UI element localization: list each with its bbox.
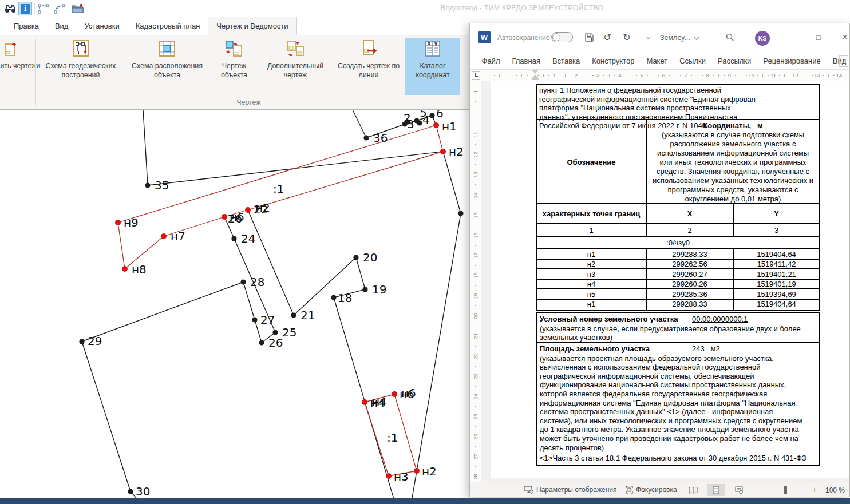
survey-point[interactable] xyxy=(331,295,336,300)
save-icon[interactable] xyxy=(582,30,596,44)
focus-button[interactable]: Фокусировка xyxy=(626,486,677,494)
survey-point[interactable] xyxy=(145,182,150,188)
object-layout-scheme-button[interactable]: Схема расположения объекта xyxy=(125,38,209,95)
ruler-number: 21 xyxy=(472,332,479,341)
survey-point[interactable] xyxy=(245,207,251,213)
survey-point[interactable] xyxy=(353,255,358,260)
open-drawing-icon[interactable] xyxy=(71,2,85,15)
word-tab[interactable]: Рецензирование xyxy=(757,53,827,69)
survey-point[interactable] xyxy=(429,113,434,118)
survey-point[interactable] xyxy=(433,122,439,128)
cad-tab[interactable]: Правка xyxy=(6,17,47,35)
maximize-button[interactable]: □ xyxy=(810,29,827,45)
word-tab[interactable]: Главная xyxy=(506,53,546,69)
ruler-tick xyxy=(548,75,549,76)
cad-tab[interactable]: Вид xyxy=(47,17,77,35)
object-drawing-button[interactable]: Чертеж объекта xyxy=(211,38,258,95)
survey-point[interactable] xyxy=(417,120,422,125)
autosave-toggle[interactable] xyxy=(551,32,573,42)
geodesy-scheme-button[interactable]: Схема геодезических построений xyxy=(38,38,124,95)
zoom-out-button[interactable]: − xyxy=(750,485,755,494)
ruler-tick xyxy=(592,75,594,76)
ruler-number: 27 xyxy=(472,453,479,462)
survey-point[interactable] xyxy=(440,149,446,154)
word-tab[interactable]: Конструктор xyxy=(586,53,641,69)
word-tab[interactable]: Макет xyxy=(641,53,674,69)
redo-icon[interactable]: ↻ xyxy=(620,30,634,44)
ruler-tick xyxy=(475,406,476,407)
binoculars-icon[interactable] xyxy=(3,2,17,15)
survey-point[interactable] xyxy=(161,233,167,239)
survey-point[interactable] xyxy=(272,330,278,335)
survey-point[interactable] xyxy=(392,391,397,397)
survey-point[interactable] xyxy=(122,266,128,272)
cad-titlebar: i Водоотвод - ТИМ КРЕДО ЗЕМЛЕУСТРОЙСТВО xyxy=(0,0,850,16)
zoom-slider-thumb[interactable] xyxy=(784,486,787,494)
read-mode-icon[interactable] xyxy=(685,484,702,496)
ruler-number: 7 xyxy=(684,72,687,78)
survey-point[interactable] xyxy=(259,340,264,345)
more-tabs-icon[interactable]: › xyxy=(839,55,848,67)
survey-point[interactable] xyxy=(362,399,367,405)
survey-point[interactable] xyxy=(231,236,236,241)
survey-point[interactable] xyxy=(362,287,367,292)
more-commands-icon[interactable] xyxy=(639,30,653,44)
word-tab[interactable]: Вставка xyxy=(546,53,586,69)
survey-point[interactable] xyxy=(128,489,133,494)
word-logo-icon: W xyxy=(478,31,491,43)
print-layout-icon[interactable] xyxy=(707,484,725,496)
close-button[interactable]: × xyxy=(836,29,850,45)
focus-icon xyxy=(626,486,633,494)
survey-point[interactable] xyxy=(414,468,420,474)
survey-point[interactable] xyxy=(222,214,227,220)
survey-point[interactable] xyxy=(79,339,84,344)
document-page[interactable]: пункт 1 Положения о федеральной государс… xyxy=(491,81,849,478)
ruler-tick xyxy=(475,205,476,206)
ruler-number: 28 xyxy=(472,473,479,482)
additional-drawing-button[interactable]: Дополнительный чертеж xyxy=(259,38,332,95)
word-tab[interactable]: Файл xyxy=(476,53,506,69)
update-drawings-icon xyxy=(1,38,19,59)
zoom-in-button[interactable]: + xyxy=(812,485,817,494)
ruler-tick xyxy=(527,75,528,76)
display-settings-button[interactable]: Параметры отображения xyxy=(524,486,617,494)
rect-path-icon[interactable] xyxy=(37,2,50,15)
word-ribbon-tabs: ФайлГлавнаяВставкаКонструкторМакетСсылки… xyxy=(470,52,849,70)
minimize-button[interactable]: — xyxy=(784,29,801,45)
cad-tab[interactable]: Кадастровый план xyxy=(128,17,208,35)
create-drawing-by-line-button[interactable]: Создать чертеж по линии xyxy=(333,38,404,95)
cad-tab[interactable]: Чертеж и Ведомости xyxy=(208,17,296,35)
survey-point[interactable] xyxy=(458,211,463,216)
ruler-number: 5 xyxy=(641,72,643,78)
coordinate-catalog-button[interactable]: xу Каталог координат xyxy=(405,38,460,95)
survey-point[interactable] xyxy=(291,312,296,318)
cad-tab[interactable]: Установки xyxy=(76,17,127,35)
survey-point[interactable] xyxy=(386,473,392,479)
ruler-tick xyxy=(658,75,659,76)
ruler-number: 10 xyxy=(748,72,754,78)
document-name[interactable]: Землеу... xyxy=(660,34,698,42)
arc-path-icon[interactable] xyxy=(53,2,66,15)
indent-markers[interactable] xyxy=(532,70,539,80)
tab-selector[interactable] xyxy=(472,71,480,80)
ruler-number: 13 xyxy=(814,72,820,78)
survey-point[interactable] xyxy=(252,317,257,322)
survey-point[interactable] xyxy=(115,220,121,225)
avatar[interactable]: KS xyxy=(755,31,770,46)
svg-text:у: у xyxy=(434,41,438,46)
word-tab[interactable]: Ссылки xyxy=(674,53,712,69)
search-icon[interactable] xyxy=(723,30,737,44)
table-cell: 299260,26 xyxy=(646,280,733,289)
word-tab[interactable]: Рассылки xyxy=(711,53,757,69)
survey-point[interactable] xyxy=(240,279,246,284)
zoom-level[interactable]: 100 % xyxy=(825,486,845,494)
undo-icon[interactable]: ↺ xyxy=(600,30,614,44)
ruler-tick xyxy=(806,74,806,77)
ruler-tick xyxy=(475,466,476,467)
point-label: 25 xyxy=(282,326,296,339)
info-icon[interactable]: i xyxy=(18,2,32,15)
ruler-tick xyxy=(521,74,522,77)
web-layout-icon[interactable] xyxy=(730,484,748,496)
survey-drawing-canvas[interactable]: 363523546293028272625242120191826н622н2н… xyxy=(0,109,469,498)
survey-point[interactable] xyxy=(363,135,369,140)
